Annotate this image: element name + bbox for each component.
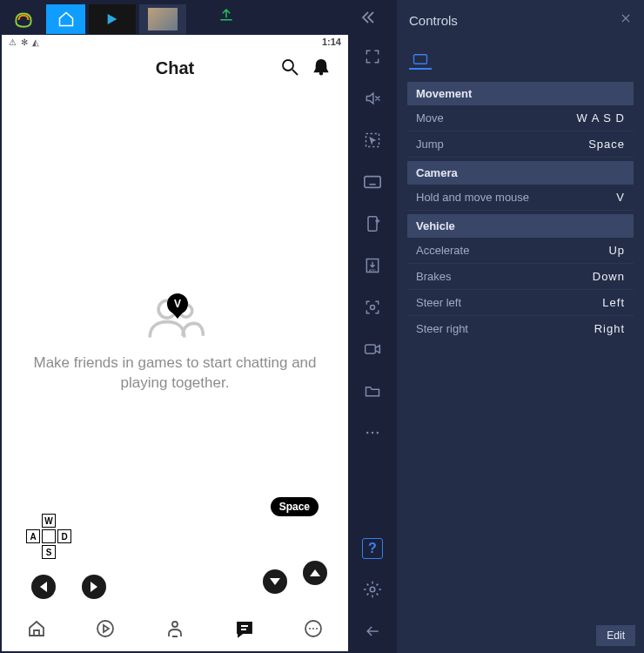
svg-point-6 xyxy=(172,622,178,627)
avatar-icon xyxy=(164,618,185,639)
controls-title: Controls xyxy=(409,13,458,28)
control-value: Left xyxy=(602,296,625,309)
control-value: V xyxy=(616,191,625,204)
control-value: Down xyxy=(593,270,625,283)
tool-apk[interactable]: APK xyxy=(361,254,384,277)
gear-icon xyxy=(363,580,382,599)
search-icon xyxy=(279,57,300,77)
dpad-left[interactable] xyxy=(31,575,56,599)
upload-button[interactable] xyxy=(218,6,235,27)
svg-rect-17 xyxy=(366,345,376,353)
game-thumb-icon xyxy=(148,8,178,30)
bluestacks-logo-icon xyxy=(12,8,35,30)
tool-more[interactable] xyxy=(361,421,384,444)
phone-plus-icon xyxy=(364,215,381,232)
collapse-sidebar-button[interactable] xyxy=(357,0,378,35)
nav-avatar[interactable] xyxy=(163,616,187,641)
tool-record[interactable] xyxy=(361,338,384,360)
page-title: Chat xyxy=(156,58,194,78)
overlay-key-v[interactable]: V xyxy=(167,293,188,314)
dots-icon xyxy=(364,429,381,436)
arrow-left-icon xyxy=(364,623,381,640)
tool-fullscreen[interactable] xyxy=(361,45,384,68)
nav-play[interactable] xyxy=(93,616,117,641)
tool-screenshot[interactable] xyxy=(361,296,384,319)
overlay-space[interactable]: Space xyxy=(271,497,319,516)
tool-mute[interactable] xyxy=(361,87,384,110)
app-root: ⚠ ✻ ◭ 1:14 Chat xyxy=(0,0,644,653)
tab-logo[interactable] xyxy=(3,4,43,34)
control-row: Hold and move mouseV xyxy=(407,185,634,211)
close-icon xyxy=(620,12,632,24)
control-row: JumpSpace xyxy=(407,131,634,158)
home-icon xyxy=(26,618,47,639)
controls-body: MovementMoveW A S DJumpSpaceCameraHold a… xyxy=(397,70,644,350)
home-icon xyxy=(57,10,75,28)
tool-keyboard[interactable] xyxy=(361,171,384,193)
tool-help[interactable]: ? xyxy=(362,538,383,559)
tab-app-1[interactable] xyxy=(46,4,85,34)
dpad-right[interactable] xyxy=(82,575,106,599)
tool-settings[interactable] xyxy=(361,578,384,601)
edit-button[interactable]: Edit xyxy=(596,625,635,646)
triangle-right-icon xyxy=(91,582,97,592)
controls-header: Controls xyxy=(397,0,644,40)
control-value: Up xyxy=(608,244,625,257)
control-label: Move xyxy=(416,111,444,125)
svg-text:APK: APK xyxy=(369,268,377,273)
tab-app-2[interactable] xyxy=(89,4,136,34)
video-record-icon xyxy=(364,341,381,357)
control-label: Jump xyxy=(416,138,444,151)
nav-chat[interactable] xyxy=(232,616,257,641)
empty-message: Make friends in games to start chatting … xyxy=(2,353,348,394)
nav-home[interactable] xyxy=(24,616,49,641)
controls-close-button[interactable] xyxy=(620,12,632,28)
tool-back[interactable] xyxy=(361,620,384,643)
upload-icon xyxy=(218,6,235,24)
controls-tab-scheme[interactable] xyxy=(409,50,432,70)
notifications-button[interactable] xyxy=(310,56,332,78)
fullscreen-icon xyxy=(364,48,381,65)
control-row: BrakesDown xyxy=(407,264,634,290)
more-circle-icon xyxy=(303,618,324,639)
key-s: S xyxy=(42,545,56,559)
svg-point-8 xyxy=(309,628,311,629)
svg-point-10 xyxy=(316,628,318,629)
bell-icon xyxy=(312,57,331,77)
key-d: D xyxy=(57,529,71,543)
tool-folder[interactable] xyxy=(361,380,384,402)
v-key-badge: V xyxy=(167,293,188,314)
overlay-wasd[interactable]: W A D S xyxy=(26,514,71,559)
svg-point-1 xyxy=(283,60,293,71)
space-key-pill: Space xyxy=(271,497,319,516)
control-label: Hold and move mouse xyxy=(416,191,529,204)
chevrons-left-icon xyxy=(357,7,378,28)
control-row: AccelerateUp xyxy=(407,238,634,264)
notice-icon: ◭ xyxy=(32,37,39,47)
status-left: ⚠ ✻ ◭ xyxy=(9,37,39,47)
nav-more[interactable] xyxy=(301,616,325,641)
dpad-up[interactable] xyxy=(303,561,327,585)
controls-panel: Controls MovementMoveW A S DJumpSpaceCam… xyxy=(397,0,644,653)
tool-install[interactable] xyxy=(361,212,384,235)
tool-cursor[interactable] xyxy=(361,129,384,151)
folder-icon xyxy=(364,383,381,399)
wasd-grid: W A D S xyxy=(26,514,71,559)
question-icon: ? xyxy=(368,541,377,556)
triangle-up-icon xyxy=(310,569,320,576)
bottom-nav xyxy=(2,606,348,651)
warning-icon: ⚠ xyxy=(9,37,17,47)
key-w: W xyxy=(42,514,56,528)
tab-app-3[interactable] xyxy=(139,4,186,34)
control-label: Accelerate xyxy=(416,244,469,257)
play-circle-icon xyxy=(95,618,116,639)
control-label: Steer right xyxy=(416,322,468,335)
settings-mini-icon: ✻ xyxy=(21,37,28,47)
search-button[interactable] xyxy=(278,56,301,78)
status-time: 1:14 xyxy=(322,37,341,47)
control-value: W A S D xyxy=(577,111,625,125)
dpad-down[interactable] xyxy=(263,569,287,594)
svg-rect-12 xyxy=(365,177,380,188)
emulator-screen: ⚠ ✻ ◭ 1:14 Chat xyxy=(2,35,348,651)
tab-row xyxy=(0,0,188,35)
